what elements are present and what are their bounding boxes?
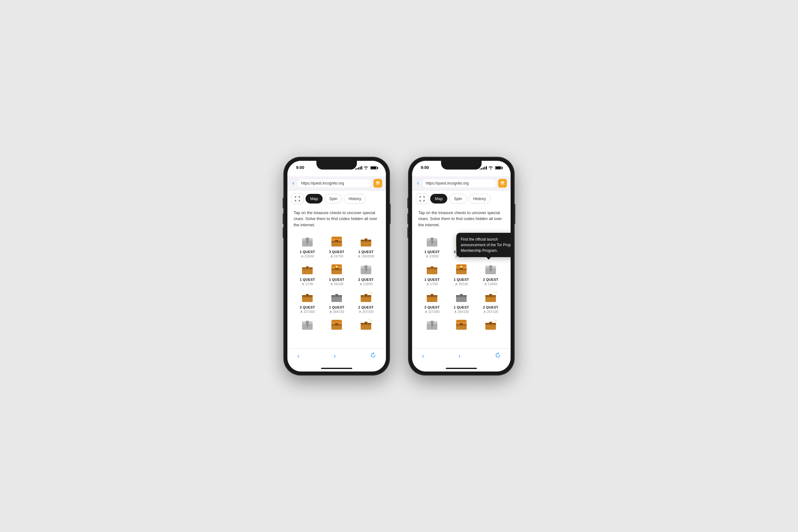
- chest-quest-label: 1 QUEST: [454, 305, 469, 309]
- chest-item[interactable]: 3 QUEST 327/300: [418, 289, 446, 314]
- nav-refresh-button[interactable]: [369, 351, 377, 361]
- svg-rect-91: [501, 183, 504, 184]
- svg-point-51: [307, 295, 308, 297]
- chest-item[interactable]: 1 QUEST 39/100: [323, 261, 350, 286]
- nav-forward-button[interactable]: ›: [332, 352, 337, 361]
- chest-quest-label: 1 QUEST: [329, 305, 344, 309]
- browser-bottom-nav: ‹›: [287, 348, 386, 365]
- browser-back-button[interactable]: ‹: [416, 179, 420, 187]
- svg-point-85: [365, 323, 366, 324]
- chest-quest-label: 1 QUEST: [358, 250, 374, 254]
- chest-item[interactable]: ✦ ✦: [477, 317, 505, 332]
- svg-point-36: [336, 268, 337, 269]
- tab-scan-button[interactable]: [291, 193, 304, 204]
- svg-rect-4: [377, 184, 378, 184]
- svg-text:✦: ✦: [495, 291, 497, 294]
- svg-point-118: [432, 267, 433, 269]
- chest-icon: [424, 261, 440, 277]
- svg-point-24: [359, 255, 360, 256]
- svg-text:?: ?: [489, 268, 492, 273]
- tab-bar: MapSpinHistory: [287, 190, 386, 207]
- tab-history-button[interactable]: History: [344, 194, 366, 204]
- tab-spin-button[interactable]: Spin: [449, 194, 467, 204]
- browser-icon[interactable]: [498, 179, 507, 188]
- chest-item[interactable]: [448, 317, 475, 332]
- chest-item[interactable]: ✦ ✦ 2 QUEST 267/100: [352, 289, 380, 314]
- svg-point-79: [336, 323, 337, 325]
- svg-point-140: [425, 311, 427, 312]
- tab-bar: MapSpinHistory: [412, 190, 511, 207]
- chest-item[interactable]: ? 1 QUEST 2/3000: [418, 233, 446, 258]
- nav-refresh-button[interactable]: [494, 351, 502, 361]
- chest-icon: ?: [482, 261, 499, 277]
- status-indicators: [355, 165, 377, 171]
- status-bar: 9:00: [287, 161, 386, 176]
- chest-item[interactable]: ?: [293, 317, 321, 332]
- notch: [317, 161, 357, 170]
- svg-point-124: [461, 268, 462, 269]
- chest-quest-label: 2 QUEST: [358, 278, 374, 281]
- chest-item[interactable]: ? 2 QUEST 118/50: [352, 261, 380, 286]
- wifi-icon: [489, 165, 493, 171]
- chest-item[interactable]: ? 1 QUEST 2/3000: [293, 233, 321, 258]
- chest-quest-label: 2 QUEST: [483, 305, 498, 309]
- chest-item[interactable]: Find the official launch announcement of…: [477, 233, 505, 258]
- chest-item[interactable]: 1 QUEST 158/2000: [352, 233, 380, 258]
- chest-quest-label: 2 QUEST: [358, 305, 374, 309]
- tab-history-button[interactable]: History: [469, 194, 490, 204]
- svg-point-23: [365, 240, 366, 241]
- svg-point-10: [302, 255, 303, 256]
- nav-forward-button[interactable]: ›: [457, 352, 462, 361]
- svg-point-16: [336, 240, 337, 242]
- browser-back-button[interactable]: ‹: [291, 179, 296, 187]
- tab-scan-button[interactable]: [416, 193, 428, 204]
- browser-icon[interactable]: [374, 179, 382, 188]
- nav-back-button[interactable]: ‹: [296, 352, 301, 361]
- svg-point-31: [302, 283, 304, 284]
- svg-point-146: [461, 295, 462, 297]
- chest-item[interactable]: [323, 317, 350, 332]
- chest-item[interactable]: 3 QUEST 327/300: [293, 289, 321, 314]
- chest-item[interactable]: 3 QUEST 15/700: [323, 233, 350, 258]
- chest-icon: [453, 317, 470, 332]
- tab-map-button[interactable]: Map: [430, 194, 447, 204]
- chest-item[interactable]: ? 2 QUEST 118/50: [477, 261, 505, 286]
- chest-icon: [328, 289, 345, 304]
- svg-text:✦: ✦: [368, 319, 370, 321]
- svg-point-52: [301, 311, 302, 312]
- url-bar[interactable]: https://quest.incognito.org: [423, 179, 496, 187]
- svg-rect-13: [332, 237, 341, 239]
- chest-icon: ?: [358, 261, 374, 277]
- chest-item[interactable]: 1 QUEST 284/150: [448, 289, 475, 314]
- chest-item[interactable]: ✦ ✦: [352, 317, 380, 332]
- tab-map-button[interactable]: Map: [305, 194, 323, 204]
- nav-back-button[interactable]: ‹: [421, 352, 425, 361]
- battery-icon: [370, 166, 377, 170]
- chest-quest-label: 3 QUEST: [329, 250, 344, 254]
- phone-left: 9:00 ‹https://quest.incognito.org MapSpi…: [284, 157, 390, 375]
- content-area: Tap on the treasure chests to uncover sp…: [412, 207, 511, 348]
- chest-item[interactable]: ?: [418, 317, 446, 332]
- chest-icon: ?: [424, 317, 440, 332]
- chest-count: 2/3000: [301, 254, 314, 258]
- tooltip-popup: Find the official launch announcement of…: [456, 233, 511, 257]
- chest-item[interactable]: 1 QUEST 284/150: [323, 289, 350, 314]
- chest-item[interactable]: ✦ ✦ 2 QUEST 267/100: [477, 289, 505, 314]
- chest-item[interactable]: 1 QUEST 1/700: [293, 261, 321, 286]
- url-bar[interactable]: https://quest.incognito.org: [298, 179, 371, 187]
- svg-text:✦: ✦: [368, 291, 370, 293]
- chest-quest-label: 3 QUEST: [424, 305, 439, 309]
- svg-point-133: [485, 283, 486, 284]
- svg-point-30: [307, 267, 308, 269]
- signal-icon: [480, 166, 487, 170]
- svg-point-139: [432, 295, 433, 297]
- chest-item[interactable]: 1 QUEST 39/100: [448, 261, 475, 286]
- chest-item[interactable]: 1 QUEST 1/700: [418, 261, 446, 286]
- home-bar: [446, 368, 477, 369]
- home-indicator: [412, 365, 511, 372]
- chest-icon: [424, 289, 440, 304]
- chest-count: 15/700: [330, 254, 343, 258]
- chest-icon: [328, 261, 345, 277]
- page-description: Tap on the treasure chests to uncover sp…: [418, 210, 505, 228]
- tab-spin-button[interactable]: Spin: [324, 194, 342, 204]
